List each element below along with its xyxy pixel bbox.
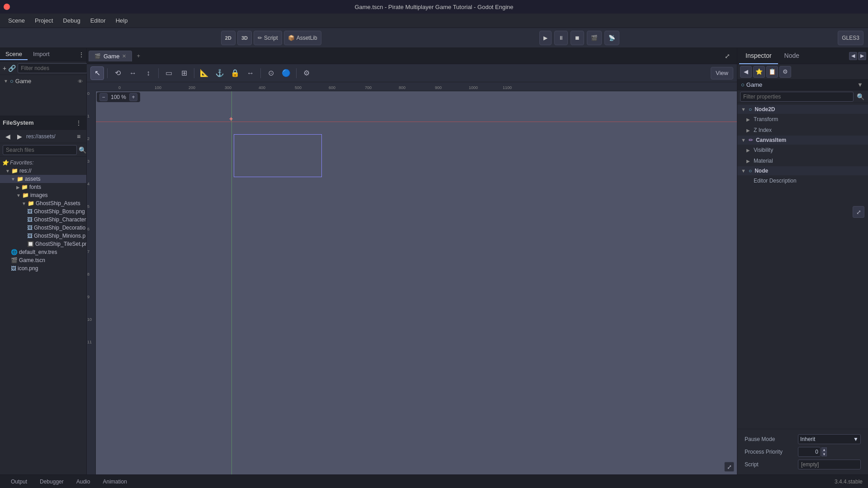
vp-anchor-tool[interactable]: ⚓ bbox=[213, 66, 226, 80]
num-down[interactable]: ▼ bbox=[821, 452, 827, 456]
stop-btn[interactable]: ⏹ bbox=[571, 31, 584, 45]
play-btn[interactable]: ▶ bbox=[539, 31, 552, 45]
fs-item-res[interactable]: ▼ 📁 res:// bbox=[0, 167, 86, 175]
expand-transform[interactable]: ▶ bbox=[746, 117, 752, 122]
fs-item-ghostship-assets[interactable]: ▼ 📁 GhostShip_Assets bbox=[0, 199, 86, 207]
fs-item-minions[interactable]: 🖼 GhostShip_Minions.p bbox=[0, 232, 86, 240]
forward-arrow[interactable]: ▶ bbox=[858, 52, 866, 60]
toolbar-2d-btn[interactable]: 2D 2D bbox=[221, 31, 236, 45]
scene-add-btn[interactable]: + bbox=[3, 63, 6, 73]
status-bar: Output Debugger Audio Animation 3.4.4.st… bbox=[0, 474, 868, 488]
menu-project[interactable]: Project bbox=[30, 15, 57, 26]
status-debugger[interactable]: Debugger bbox=[34, 477, 69, 486]
vp-rect-tool[interactable]: ▭ bbox=[162, 66, 175, 80]
vp-ik-tool[interactable]: 🔵 bbox=[279, 66, 293, 80]
menu-scene[interactable]: Scene bbox=[4, 15, 29, 26]
scene-content[interactable] bbox=[96, 91, 737, 474]
fs-forward-btn[interactable]: ▶ bbox=[14, 131, 24, 141]
editor-expand-btn[interactable]: ⤢ bbox=[722, 51, 732, 61]
insp-history-btn[interactable]: ◀ bbox=[740, 66, 752, 78]
script-empty-label: [empty] bbox=[801, 461, 819, 468]
fs-item-decoration[interactable]: 🖼 GhostShip_Decoratio bbox=[0, 224, 86, 232]
fs-menu-btn[interactable]: ⋮ bbox=[74, 118, 84, 128]
status-audio[interactable]: Audio bbox=[71, 477, 96, 486]
ruler-v-tick-500: 5 bbox=[87, 204, 90, 209]
vp-snap-tool[interactable]: 📐 bbox=[198, 66, 211, 80]
expand-visibility[interactable]: ▶ bbox=[746, 148, 752, 153]
boss-file-icon: 🖼 bbox=[27, 208, 33, 215]
zoom-out-btn[interactable]: − bbox=[99, 93, 108, 101]
vp-lock-tool[interactable]: 🔒 bbox=[228, 66, 242, 80]
vp-bone-tool[interactable]: ⊙ bbox=[264, 66, 278, 80]
num-up[interactable]: ▲ bbox=[821, 447, 827, 452]
status-animation[interactable]: Animation bbox=[97, 477, 132, 486]
filter-search-icon[interactable]: 🔍 bbox=[855, 92, 865, 102]
fs-item-images[interactable]: ▼ 📁 images bbox=[0, 191, 86, 199]
script-value[interactable]: [empty] bbox=[798, 460, 861, 469]
zoom-in-btn[interactable]: + bbox=[129, 93, 137, 101]
vp-select-tool[interactable]: ↖ bbox=[90, 66, 104, 80]
expand-zindex[interactable]: ▶ bbox=[746, 128, 752, 133]
tab-scene[interactable]: Scene bbox=[0, 49, 28, 60]
menu-help[interactable]: Help bbox=[111, 15, 132, 26]
section-node[interactable]: ▼ ○ Node bbox=[737, 166, 868, 175]
tab-inspector[interactable]: Inspector bbox=[739, 48, 778, 64]
inspector-expand-btn[interactable]: ⤢ bbox=[853, 206, 864, 218]
vp-scale-tool[interactable]: ↕ bbox=[142, 66, 155, 80]
scene-link-btn[interactable]: 🔗 bbox=[8, 63, 16, 73]
toolbar-script-btn[interactable]: ✏ Script bbox=[254, 31, 282, 45]
scene-panel-menu[interactable]: ⋮ bbox=[76, 50, 86, 60]
vp-grid-tool[interactable]: ⊞ bbox=[177, 66, 191, 80]
fs-item-boss[interactable]: 🖼 GhostShip_Boss.png bbox=[0, 207, 86, 216]
vp-more-tool[interactable]: ⚙ bbox=[300, 66, 313, 80]
tab-import[interactable]: Import bbox=[28, 49, 55, 60]
tab-close-btn[interactable]: ✕ bbox=[122, 53, 126, 59]
pause-mode-dropdown[interactable]: Inherit ▼ bbox=[798, 434, 861, 444]
expand-material[interactable]: ▶ bbox=[746, 159, 752, 164]
node-type-icon: ○ bbox=[741, 81, 745, 88]
fs-item-fonts[interactable]: ▶ 📁 fonts bbox=[0, 183, 86, 191]
fs-item-default-env[interactable]: 🌐 default_env.tres bbox=[0, 248, 86, 256]
vp-group-tool[interactable]: ↔ bbox=[244, 66, 257, 80]
toolbar-assetlib-btn[interactable]: 📦 AssetLib bbox=[284, 31, 321, 45]
search-files-input[interactable] bbox=[3, 145, 77, 155]
fonts-folder-icon: 📁 bbox=[21, 184, 28, 190]
insp-favorite-btn[interactable]: ⭐ bbox=[753, 66, 765, 78]
fs-item-icon[interactable]: 🖼 icon.png bbox=[0, 264, 86, 272]
section-node2d[interactable]: ▼ ○ Node2D bbox=[737, 105, 868, 114]
fs-item-character[interactable]: 🖼 GhostShip_Character bbox=[0, 216, 86, 224]
vp-move-tool[interactable]: ⟲ bbox=[111, 66, 124, 80]
fullscreen-btn[interactable]: ⤢ bbox=[724, 462, 734, 472]
fs-item-assets[interactable]: ▼ 📁 assets bbox=[0, 175, 86, 183]
fs-search-icon[interactable]: 🔍 bbox=[79, 145, 86, 155]
tab-node[interactable]: Node bbox=[778, 48, 806, 64]
process-priority-input[interactable] bbox=[798, 447, 821, 457]
menu-editor[interactable]: Editor bbox=[86, 15, 110, 26]
vp-rotate-tool[interactable]: ↔ bbox=[126, 66, 140, 80]
viewport-canvas[interactable]: 0 100 200 300 400 500 600 700 800 900 10… bbox=[87, 82, 737, 474]
visibility-icon[interactable]: 👁 bbox=[78, 79, 83, 84]
pause-btn[interactable]: ⏸ bbox=[554, 31, 568, 45]
fs-item-game-tscn[interactable]: 🎬 Game.tscn bbox=[0, 256, 86, 264]
fs-back-btn[interactable]: ◀ bbox=[3, 131, 13, 141]
menu-debug[interactable]: Debug bbox=[58, 15, 85, 26]
scene-node-game[interactable]: ▼ ○ Game 👁 bbox=[0, 77, 86, 85]
filter-properties-input[interactable] bbox=[740, 92, 854, 102]
toolbar-3d-btn[interactable]: 3D bbox=[237, 31, 252, 45]
back-arrow[interactable]: ◀ bbox=[849, 52, 857, 60]
status-output[interactable]: Output bbox=[5, 477, 33, 486]
fs-layout-btn[interactable]: ≡ bbox=[74, 131, 84, 141]
section-canvasitem[interactable]: ▼ ✏ CanvasItem bbox=[737, 136, 868, 145]
insp-copy-btn[interactable]: 📋 bbox=[766, 66, 778, 78]
gles-btn[interactable]: GLES3 bbox=[838, 31, 863, 45]
movie-btn[interactable]: 🎬 bbox=[587, 31, 602, 45]
fs-item-tileset[interactable]: 🔲 GhostShip_TileSet.pn bbox=[0, 240, 86, 248]
tab-add-btn[interactable]: + bbox=[133, 51, 144, 61]
filter-nodes-input[interactable] bbox=[18, 63, 92, 73]
insp-menu-btn[interactable]: ⚙ bbox=[779, 66, 791, 78]
remote-btn[interactable]: 📡 bbox=[604, 31, 619, 45]
close-button[interactable] bbox=[4, 4, 10, 10]
view-menu-btn[interactable]: View bbox=[711, 67, 733, 80]
editor-tab-game[interactable]: 🎬 Game ✕ bbox=[89, 51, 132, 61]
node-dropdown[interactable]: ▼ bbox=[857, 81, 864, 88]
